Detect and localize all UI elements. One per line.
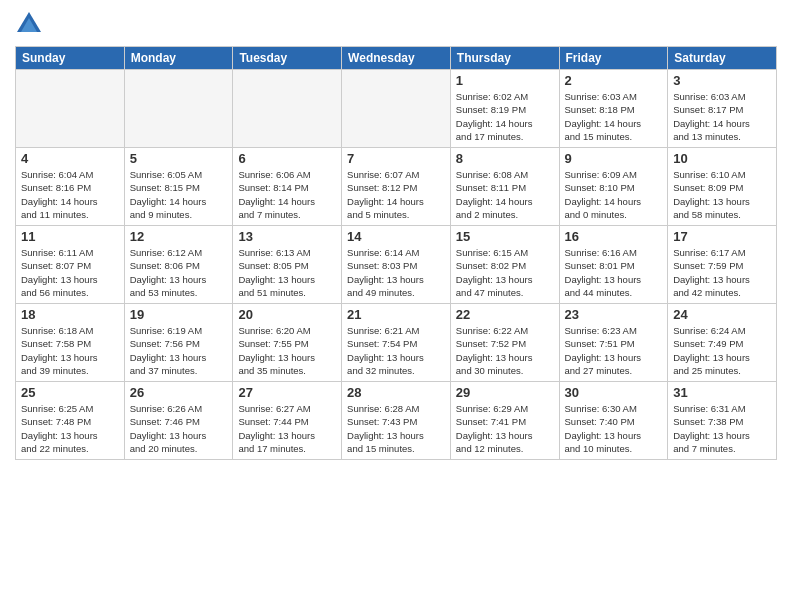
day-number: 1 [456,73,554,88]
calendar-cell: 27Sunrise: 6:27 AM Sunset: 7:44 PM Dayli… [233,382,342,460]
calendar-cell: 1Sunrise: 6:02 AM Sunset: 8:19 PM Daylig… [450,70,559,148]
day-number: 3 [673,73,771,88]
day-number: 22 [456,307,554,322]
day-number: 7 [347,151,445,166]
calendar-row: 11Sunrise: 6:11 AM Sunset: 8:07 PM Dayli… [16,226,777,304]
day-info: Sunrise: 6:25 AM Sunset: 7:48 PM Dayligh… [21,402,119,455]
day-info: Sunrise: 6:22 AM Sunset: 7:52 PM Dayligh… [456,324,554,377]
calendar-cell: 26Sunrise: 6:26 AM Sunset: 7:46 PM Dayli… [124,382,233,460]
day-number: 14 [347,229,445,244]
calendar-cell: 25Sunrise: 6:25 AM Sunset: 7:48 PM Dayli… [16,382,125,460]
day-info: Sunrise: 6:24 AM Sunset: 7:49 PM Dayligh… [673,324,771,377]
day-number: 4 [21,151,119,166]
day-number: 30 [565,385,663,400]
page-container: SundayMondayTuesdayWednesdayThursdayFrid… [0,0,792,465]
day-number: 9 [565,151,663,166]
day-number: 28 [347,385,445,400]
day-info: Sunrise: 6:17 AM Sunset: 7:59 PM Dayligh… [673,246,771,299]
day-info: Sunrise: 6:15 AM Sunset: 8:02 PM Dayligh… [456,246,554,299]
day-info: Sunrise: 6:09 AM Sunset: 8:10 PM Dayligh… [565,168,663,221]
day-info: Sunrise: 6:20 AM Sunset: 7:55 PM Dayligh… [238,324,336,377]
calendar-cell: 19Sunrise: 6:19 AM Sunset: 7:56 PM Dayli… [124,304,233,382]
day-info: Sunrise: 6:30 AM Sunset: 7:40 PM Dayligh… [565,402,663,455]
day-number: 24 [673,307,771,322]
header-cell: Monday [124,47,233,70]
day-number: 19 [130,307,228,322]
calendar-cell: 31Sunrise: 6:31 AM Sunset: 7:38 PM Dayli… [668,382,777,460]
day-number: 11 [21,229,119,244]
day-number: 15 [456,229,554,244]
calendar-cell: 11Sunrise: 6:11 AM Sunset: 8:07 PM Dayli… [16,226,125,304]
calendar-cell: 24Sunrise: 6:24 AM Sunset: 7:49 PM Dayli… [668,304,777,382]
logo-icon [15,10,43,38]
day-info: Sunrise: 6:11 AM Sunset: 8:07 PM Dayligh… [21,246,119,299]
day-number: 25 [21,385,119,400]
calendar-cell: 21Sunrise: 6:21 AM Sunset: 7:54 PM Dayli… [342,304,451,382]
calendar-cell: 2Sunrise: 6:03 AM Sunset: 8:18 PM Daylig… [559,70,668,148]
day-info: Sunrise: 6:07 AM Sunset: 8:12 PM Dayligh… [347,168,445,221]
day-info: Sunrise: 6:21 AM Sunset: 7:54 PM Dayligh… [347,324,445,377]
day-number: 6 [238,151,336,166]
day-info: Sunrise: 6:14 AM Sunset: 8:03 PM Dayligh… [347,246,445,299]
day-info: Sunrise: 6:10 AM Sunset: 8:09 PM Dayligh… [673,168,771,221]
header-cell: Saturday [668,47,777,70]
calendar-cell: 12Sunrise: 6:12 AM Sunset: 8:06 PM Dayli… [124,226,233,304]
calendar-row: 1Sunrise: 6:02 AM Sunset: 8:19 PM Daylig… [16,70,777,148]
day-number: 5 [130,151,228,166]
day-info: Sunrise: 6:26 AM Sunset: 7:46 PM Dayligh… [130,402,228,455]
calendar-cell [16,70,125,148]
calendar-cell: 29Sunrise: 6:29 AM Sunset: 7:41 PM Dayli… [450,382,559,460]
calendar-cell: 23Sunrise: 6:23 AM Sunset: 7:51 PM Dayli… [559,304,668,382]
calendar-cell: 14Sunrise: 6:14 AM Sunset: 8:03 PM Dayli… [342,226,451,304]
day-info: Sunrise: 6:18 AM Sunset: 7:58 PM Dayligh… [21,324,119,377]
day-info: Sunrise: 6:04 AM Sunset: 8:16 PM Dayligh… [21,168,119,221]
day-number: 29 [456,385,554,400]
calendar-cell [342,70,451,148]
header-cell: Tuesday [233,47,342,70]
calendar-row: 18Sunrise: 6:18 AM Sunset: 7:58 PM Dayli… [16,304,777,382]
day-info: Sunrise: 6:31 AM Sunset: 7:38 PM Dayligh… [673,402,771,455]
calendar-cell: 16Sunrise: 6:16 AM Sunset: 8:01 PM Dayli… [559,226,668,304]
day-info: Sunrise: 6:08 AM Sunset: 8:11 PM Dayligh… [456,168,554,221]
calendar-row: 25Sunrise: 6:25 AM Sunset: 7:48 PM Dayli… [16,382,777,460]
day-number: 2 [565,73,663,88]
day-number: 20 [238,307,336,322]
calendar-row: 4Sunrise: 6:04 AM Sunset: 8:16 PM Daylig… [16,148,777,226]
day-info: Sunrise: 6:06 AM Sunset: 8:14 PM Dayligh… [238,168,336,221]
calendar-cell: 10Sunrise: 6:10 AM Sunset: 8:09 PM Dayli… [668,148,777,226]
calendar-cell: 20Sunrise: 6:20 AM Sunset: 7:55 PM Dayli… [233,304,342,382]
calendar-cell: 6Sunrise: 6:06 AM Sunset: 8:14 PM Daylig… [233,148,342,226]
calendar-cell: 13Sunrise: 6:13 AM Sunset: 8:05 PM Dayli… [233,226,342,304]
day-info: Sunrise: 6:02 AM Sunset: 8:19 PM Dayligh… [456,90,554,143]
day-info: Sunrise: 6:03 AM Sunset: 8:18 PM Dayligh… [565,90,663,143]
day-number: 27 [238,385,336,400]
day-info: Sunrise: 6:05 AM Sunset: 8:15 PM Dayligh… [130,168,228,221]
day-number: 13 [238,229,336,244]
calendar-cell: 15Sunrise: 6:15 AM Sunset: 8:02 PM Dayli… [450,226,559,304]
day-number: 17 [673,229,771,244]
day-info: Sunrise: 6:23 AM Sunset: 7:51 PM Dayligh… [565,324,663,377]
calendar-cell [124,70,233,148]
day-info: Sunrise: 6:19 AM Sunset: 7:56 PM Dayligh… [130,324,228,377]
header-cell: Thursday [450,47,559,70]
calendar-cell: 17Sunrise: 6:17 AM Sunset: 7:59 PM Dayli… [668,226,777,304]
day-number: 26 [130,385,228,400]
header-row: SundayMondayTuesdayWednesdayThursdayFrid… [16,47,777,70]
calendar-cell: 7Sunrise: 6:07 AM Sunset: 8:12 PM Daylig… [342,148,451,226]
calendar-cell: 30Sunrise: 6:30 AM Sunset: 7:40 PM Dayli… [559,382,668,460]
day-number: 18 [21,307,119,322]
day-info: Sunrise: 6:28 AM Sunset: 7:43 PM Dayligh… [347,402,445,455]
day-info: Sunrise: 6:27 AM Sunset: 7:44 PM Dayligh… [238,402,336,455]
calendar-cell: 8Sunrise: 6:08 AM Sunset: 8:11 PM Daylig… [450,148,559,226]
header-cell: Friday [559,47,668,70]
logo [15,10,47,38]
day-info: Sunrise: 6:16 AM Sunset: 8:01 PM Dayligh… [565,246,663,299]
calendar-table: SundayMondayTuesdayWednesdayThursdayFrid… [15,46,777,460]
day-number: 23 [565,307,663,322]
day-number: 21 [347,307,445,322]
calendar-cell: 3Sunrise: 6:03 AM Sunset: 8:17 PM Daylig… [668,70,777,148]
calendar-cell [233,70,342,148]
day-info: Sunrise: 6:29 AM Sunset: 7:41 PM Dayligh… [456,402,554,455]
calendar-cell: 28Sunrise: 6:28 AM Sunset: 7:43 PM Dayli… [342,382,451,460]
calendar-cell: 5Sunrise: 6:05 AM Sunset: 8:15 PM Daylig… [124,148,233,226]
